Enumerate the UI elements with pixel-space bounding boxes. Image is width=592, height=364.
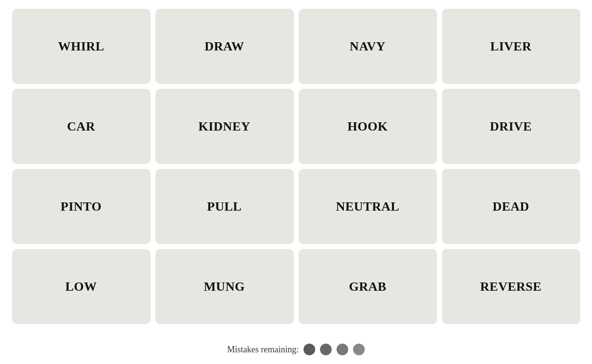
word-label-navy: NAVY — [350, 39, 386, 54]
mistake-dot-2 — [320, 344, 332, 355]
mistake-dot-4 — [353, 344, 365, 355]
word-card-grab[interactable]: GRAB — [299, 249, 437, 324]
word-grid: WHIRLDRAWNAVYLIVERCARKIDNEYHOOKDRIVEPINT… — [12, 9, 580, 324]
word-label-dead: DEAD — [492, 199, 529, 214]
word-label-drive: DRIVE — [490, 119, 532, 134]
mistake-dot-1 — [304, 344, 315, 355]
word-label-whirl: WHIRL — [58, 39, 104, 54]
mistakes-row: Mistakes remaining: — [227, 344, 365, 355]
word-card-reverse[interactable]: REVERSE — [442, 249, 580, 324]
word-card-drive[interactable]: DRIVE — [442, 89, 580, 164]
word-card-pull[interactable]: PULL — [155, 169, 294, 244]
word-card-kidney[interactable]: KIDNEY — [155, 89, 294, 164]
word-card-neutral[interactable]: NEUTRAL — [299, 169, 437, 244]
word-card-liver[interactable]: LIVER — [442, 9, 580, 84]
word-card-hook[interactable]: HOOK — [299, 89, 437, 164]
word-card-pinto[interactable]: PINTO — [12, 169, 151, 244]
word-card-mung[interactable]: MUNG — [155, 249, 294, 324]
word-label-mung: MUNG — [204, 280, 245, 294]
word-label-pull: PULL — [207, 199, 241, 214]
word-card-low[interactable]: LOW — [12, 249, 151, 324]
word-label-neutral: NEUTRAL — [336, 199, 400, 214]
word-label-draw: DRAW — [204, 39, 244, 54]
mistake-dots — [304, 344, 365, 355]
word-card-navy[interactable]: NAVY — [299, 9, 437, 84]
word-label-kidney: KIDNEY — [198, 119, 250, 134]
word-label-reverse: REVERSE — [480, 280, 541, 294]
mistakes-label: Mistakes remaining: — [227, 345, 299, 355]
word-label-liver: LIVER — [491, 39, 532, 54]
word-label-grab: GRAB — [349, 280, 386, 294]
word-label-hook: HOOK — [348, 119, 388, 134]
word-card-car[interactable]: CAR — [12, 89, 151, 164]
word-card-dead[interactable]: DEAD — [442, 169, 580, 244]
mistake-dot-3 — [337, 344, 348, 355]
word-label-low: LOW — [65, 280, 97, 294]
word-card-whirl[interactable]: WHIRL — [12, 9, 151, 84]
word-card-draw[interactable]: DRAW — [155, 9, 294, 84]
word-label-car: CAR — [67, 119, 95, 134]
word-label-pinto: PINTO — [61, 199, 101, 214]
